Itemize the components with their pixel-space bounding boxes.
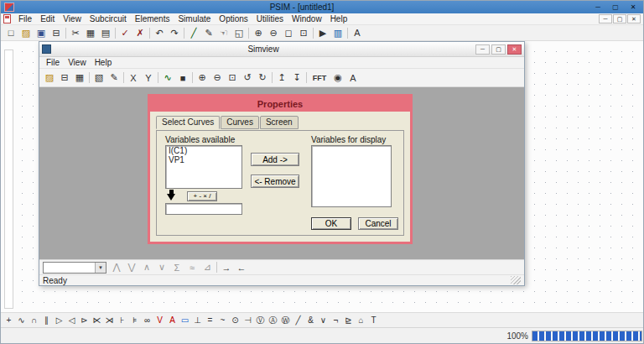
mean-icon[interactable]: Σ [169, 260, 184, 274]
variables-available-list[interactable]: I(C1)VP1 [165, 145, 242, 189]
average-icon[interactable]: ◉ [330, 70, 345, 85]
edit-icon[interactable]: ✎ [201, 26, 216, 40]
x-axis-button[interactable]: X [126, 70, 141, 85]
menu-item[interactable]: Simulate [174, 14, 215, 23]
simview-maximize-button[interactable]: ▢ [491, 44, 506, 55]
undo-icon[interactable]: ↶ [152, 26, 167, 40]
label-icon[interactable]: ⌂ [355, 314, 367, 327]
zoom-fit-icon[interactable]: ◻ [281, 26, 296, 40]
or-gate-icon[interactable]: ∨ [317, 314, 330, 327]
next-screen-icon[interactable]: → [219, 260, 234, 274]
menu-item[interactable]: View [59, 14, 86, 23]
scope-icon[interactable]: ▭ [179, 314, 191, 327]
ok-button[interactable]: OK [311, 217, 351, 230]
wattmeter-icon[interactable]: Ⓦ [279, 314, 292, 327]
menu-item[interactable]: Options [215, 14, 252, 23]
variable-item[interactable]: VP1 [166, 155, 242, 164]
battery-icon[interactable]: ⊣ [242, 314, 254, 327]
menu-item[interactable]: Utilities [252, 14, 288, 23]
igbt-icon[interactable]: ⊧ [128, 314, 141, 327]
tab-curves[interactable]: Curves [221, 116, 259, 129]
text-icon[interactable]: A [345, 70, 361, 85]
zoom-out-icon[interactable]: ⊖ [210, 70, 225, 85]
save-icon[interactable]: ▣ [34, 26, 49, 40]
main-titlebar[interactable]: PSIM - [untitled1] ─ ▢ ✕ [1, 1, 643, 13]
menu-item[interactable]: Window [288, 14, 326, 23]
curve-down-icon[interactable]: ↧ [289, 70, 304, 85]
paste-icon[interactable]: ▤ [98, 26, 113, 40]
menu-item[interactable]: Help [91, 58, 117, 67]
schematic-canvas[interactable]: Simview ─ ▢ ✕ FileViewHelp ▨⊟▦▧✎XY∿■⊕⊖⊡↺… [1, 41, 643, 312]
curve-select-combo[interactable]: ▼ [43, 262, 106, 274]
next-min-icon[interactable]: ∨ [154, 260, 169, 274]
mosfet-icon[interactable]: ⊦ [116, 314, 128, 327]
mdi-minimize-button[interactable]: ─ [599, 14, 612, 23]
menu-item[interactable]: View [64, 58, 91, 67]
simview-titlebar[interactable]: Simview ─ ▢ ✕ [39, 42, 524, 57]
open-icon[interactable]: ▨ [42, 70, 57, 85]
run-check-icon[interactable]: ✓ [117, 26, 132, 40]
simview-minimize-button[interactable]: ─ [475, 44, 490, 55]
copy-icon[interactable]: ▦ [72, 70, 87, 85]
thyristor-icon[interactable]: ⊳ [78, 314, 91, 327]
text-icon[interactable]: T [367, 314, 380, 327]
run-simulation-icon[interactable]: ▶ [315, 26, 330, 40]
pnp-transistor-icon[interactable]: ⋊ [103, 314, 116, 327]
menu-item[interactable]: Edit [36, 14, 59, 23]
select-icon[interactable]: ◱ [231, 26, 247, 40]
mdi-restore-button[interactable]: ▢ [613, 14, 626, 23]
undo-zoom-icon[interactable]: ↺ [240, 70, 255, 85]
minimize-button[interactable]: ─ [589, 2, 606, 13]
y-axis-button[interactable]: Y [141, 70, 156, 85]
curve-select-input[interactable] [44, 263, 95, 273]
pan-icon[interactable]: ☜ [216, 26, 231, 40]
new-icon[interactable]: □ [3, 26, 18, 40]
switch-icon[interactable]: ╱ [292, 314, 304, 327]
cancel-cross-icon[interactable]: ✗ [132, 26, 148, 40]
current-probe-icon[interactable]: A [166, 314, 179, 327]
diode-icon[interactable]: ▷ [53, 314, 65, 327]
expression-input[interactable] [165, 203, 242, 215]
zener-diode-icon[interactable]: ◁ [65, 314, 78, 327]
wire-icon[interactable]: + [3, 314, 15, 327]
resistor-icon[interactable]: ∿ [15, 314, 28, 327]
current-source-icon[interactable]: ⊙ [229, 314, 242, 327]
text-icon[interactable]: A [350, 26, 365, 40]
prev-screen-icon[interactable]: ← [234, 260, 249, 274]
and-gate-icon[interactable]: & [304, 314, 317, 327]
local-min-icon[interactable]: ⋁ [124, 260, 139, 274]
print-icon[interactable]: ⊟ [57, 70, 72, 85]
properties-dialog-titlebar[interactable]: Properties [150, 96, 410, 112]
fft-button[interactable]: FFT [309, 70, 330, 85]
combo-dropdown-icon[interactable]: ▼ [95, 263, 106, 273]
comparator-icon[interactable]: ⊵ [342, 314, 355, 327]
print-icon[interactable]: ⊟ [49, 26, 64, 40]
add-button[interactable]: Add -> [251, 153, 299, 166]
mdi-close-button[interactable]: ✕ [627, 14, 641, 23]
menu-item[interactable]: Elements [131, 14, 174, 23]
simview-close-button[interactable]: ✕ [507, 44, 522, 55]
tab-screen[interactable]: Screen [260, 116, 299, 129]
zoom-in-icon[interactable]: ⊕ [251, 26, 266, 40]
npn-transistor-icon[interactable]: ⋉ [91, 314, 103, 327]
ammeter-icon[interactable]: Ⓐ [267, 314, 279, 327]
copy-icon[interactable]: ▦ [83, 26, 98, 40]
variables-display-list[interactable] [311, 145, 392, 207]
menu-item[interactable]: Subcircuit [86, 14, 131, 23]
inductor-icon[interactable]: ∩ [28, 314, 40, 327]
rms-icon[interactable]: ≈ [184, 260, 200, 274]
voltage-probe-icon[interactable]: V [153, 314, 166, 327]
cut-icon[interactable]: ✂ [68, 26, 83, 40]
zoom-in-icon[interactable]: ⊕ [195, 70, 210, 85]
open-icon[interactable]: ▨ [18, 26, 34, 40]
menu-item[interactable]: Help [326, 14, 352, 23]
tab-select-curves[interactable]: Select Curves [156, 116, 220, 129]
zoom-window-icon[interactable]: ⊡ [225, 70, 240, 85]
curve-icon[interactable]: ∿ [160, 70, 175, 85]
redraw-icon[interactable]: ↻ [255, 70, 270, 85]
marker-icon[interactable]: ■ [175, 70, 190, 85]
menu-item[interactable]: File [14, 14, 36, 23]
transformer-icon[interactable]: ∞ [141, 314, 153, 327]
angle-icon[interactable]: ⊿ [200, 260, 215, 274]
variable-item[interactable]: I(C1) [166, 146, 242, 155]
